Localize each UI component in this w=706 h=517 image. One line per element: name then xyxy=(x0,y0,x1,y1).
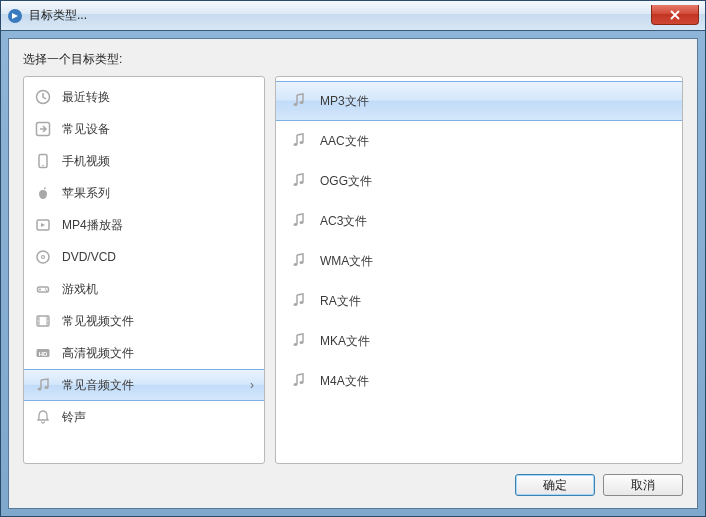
gamepad-icon xyxy=(34,280,52,298)
category-label: 游戏机 xyxy=(62,281,98,298)
category-label: 最近转换 xyxy=(62,89,110,106)
disc-icon xyxy=(34,248,52,266)
bell-icon xyxy=(34,408,52,426)
titlebar: 目标类型... xyxy=(1,1,705,31)
music-note-icon xyxy=(290,92,308,110)
category-item[interactable]: 苹果系列 xyxy=(24,177,264,209)
category-item[interactable]: DVD/VCD xyxy=(24,241,264,273)
category-item[interactable]: 常见设备 xyxy=(24,113,264,145)
close-icon xyxy=(670,10,680,20)
format-label: MKA文件 xyxy=(320,333,370,350)
format-label: AAC文件 xyxy=(320,133,369,150)
mp4-icon xyxy=(34,216,52,234)
category-label: 高清视频文件 xyxy=(62,345,134,362)
category-label: 常见设备 xyxy=(62,121,110,138)
svg-text:HD: HD xyxy=(39,351,48,357)
category-item[interactable]: 最近转换 xyxy=(24,81,264,113)
category-list: 最近转换常见设备手机视频苹果系列MP4播放器DVD/VCD游戏机常见视频文件HD… xyxy=(23,76,265,464)
instruction-label: 选择一个目标类型: xyxy=(23,51,683,68)
svg-point-24 xyxy=(300,261,304,264)
music-note-icon xyxy=(290,132,308,150)
app-icon xyxy=(7,8,23,24)
svg-point-18 xyxy=(300,141,304,144)
film-icon xyxy=(34,312,52,330)
category-item[interactable]: 铃声 xyxy=(24,401,264,433)
svg-point-6 xyxy=(37,251,49,263)
svg-point-30 xyxy=(300,381,304,384)
format-label: AC3文件 xyxy=(320,213,367,230)
content-area: 选择一个目标类型: 最近转换常见设备手机视频苹果系列MP4播放器DVD/VCD游… xyxy=(8,38,698,509)
ok-button[interactable]: 确定 xyxy=(515,474,595,496)
category-label: MP4播放器 xyxy=(62,217,123,234)
format-label: M4A文件 xyxy=(320,373,369,390)
music-note-icon xyxy=(290,212,308,230)
category-item[interactable]: HD高清视频文件 xyxy=(24,337,264,369)
music-icon xyxy=(34,376,52,394)
hd-icon: HD xyxy=(34,344,52,362)
category-item[interactable]: MP4播放器 xyxy=(24,209,264,241)
category-label: DVD/VCD xyxy=(62,250,116,264)
footer: 确定 取消 xyxy=(23,464,683,498)
music-note-icon xyxy=(290,292,308,310)
arrow-icon xyxy=(34,120,52,138)
svg-point-16 xyxy=(300,101,304,104)
close-button[interactable] xyxy=(651,5,699,25)
cancel-button[interactable]: 取消 xyxy=(603,474,683,496)
category-label: 苹果系列 xyxy=(62,185,110,202)
svg-point-8 xyxy=(45,288,46,289)
category-item[interactable]: 常见音频文件› xyxy=(24,369,264,401)
apple-icon xyxy=(34,184,52,202)
format-label: WMA文件 xyxy=(320,253,373,270)
category-item[interactable]: 游戏机 xyxy=(24,273,264,305)
category-label: 常见音频文件 xyxy=(62,377,134,394)
phone-icon xyxy=(34,152,52,170)
format-item[interactable]: M4A文件 xyxy=(276,361,682,401)
svg-point-20 xyxy=(300,181,304,184)
format-list: MP3文件AAC文件OGG文件AC3文件WMA文件RA文件MKA文件M4A文件 xyxy=(275,76,683,464)
category-label: 铃声 xyxy=(62,409,86,426)
svg-point-14 xyxy=(45,386,49,389)
format-label: RA文件 xyxy=(320,293,361,310)
format-item[interactable]: AAC文件 xyxy=(276,121,682,161)
format-label: OGG文件 xyxy=(320,173,372,190)
svg-point-22 xyxy=(300,221,304,224)
format-item[interactable]: RA文件 xyxy=(276,281,682,321)
svg-point-9 xyxy=(46,290,47,291)
chevron-right-icon: › xyxy=(250,378,254,392)
format-item[interactable]: OGG文件 xyxy=(276,161,682,201)
category-label: 手机视频 xyxy=(62,153,110,170)
svg-point-28 xyxy=(300,341,304,344)
music-note-icon xyxy=(290,252,308,270)
svg-point-7 xyxy=(42,256,45,259)
format-item[interactable]: AC3文件 xyxy=(276,201,682,241)
music-note-icon xyxy=(290,332,308,350)
window-title: 目标类型... xyxy=(29,7,87,24)
format-item[interactable]: WMA文件 xyxy=(276,241,682,281)
format-item[interactable]: MP3文件 xyxy=(276,81,682,121)
format-item[interactable]: MKA文件 xyxy=(276,321,682,361)
music-note-icon xyxy=(290,172,308,190)
dialog-window: 目标类型... 选择一个目标类型: 最近转换常见设备手机视频苹果系列MP4播放器… xyxy=(0,0,706,517)
panels: 最近转换常见设备手机视频苹果系列MP4播放器DVD/VCD游戏机常见视频文件HD… xyxy=(23,76,683,464)
category-label: 常见视频文件 xyxy=(62,313,134,330)
svg-point-26 xyxy=(300,301,304,304)
svg-point-4 xyxy=(42,165,44,167)
format-label: MP3文件 xyxy=(320,93,369,110)
clock-icon xyxy=(34,88,52,106)
category-item[interactable]: 常见视频文件 xyxy=(24,305,264,337)
category-item[interactable]: 手机视频 xyxy=(24,145,264,177)
music-note-icon xyxy=(290,372,308,390)
